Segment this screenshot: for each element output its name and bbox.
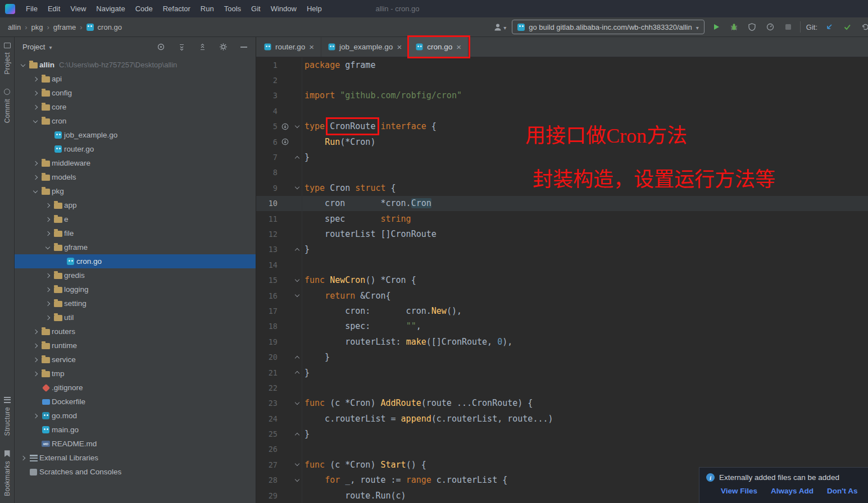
chevron-right-icon[interactable] [43, 288, 52, 291]
git-update-button[interactable] [823, 21, 835, 33]
locate-file-button[interactable] [154, 41, 167, 53]
debug-button[interactable] [728, 21, 740, 33]
chevron-down-icon[interactable] [49, 43, 52, 51]
close-tab-icon[interactable] [397, 42, 402, 52]
code-editor[interactable]: 1package gframe23import "github.com/robf… [256, 57, 868, 503]
menu-tools[interactable]: Tools [219, 0, 246, 17]
tree-item-e[interactable]: e [15, 212, 256, 226]
chevron-right-icon[interactable] [43, 204, 52, 207]
tree-item-models[interactable]: models [15, 170, 256, 184]
tree-item-allin[interactable]: allinC:\Users\wb-hz757257\Desktop\allin [15, 58, 256, 72]
chevron-down-icon[interactable] [30, 120, 40, 122]
chevron-down-icon[interactable] [18, 64, 28, 66]
collapse-all-button[interactable] [196, 41, 208, 53]
tree-item-go.mod[interactable]: go.mod [15, 409, 256, 423]
tree-item-util[interactable]: util [15, 310, 256, 324]
chevron-right-icon[interactable] [43, 316, 52, 319]
chevron-right-icon[interactable] [43, 218, 52, 221]
settings-gear-button[interactable] [217, 41, 229, 53]
breadcrumb-cron.go[interactable]: cron.go [98, 23, 122, 31]
tree-item-gframe[interactable]: gframe [15, 240, 256, 254]
chevron-right-icon[interactable] [30, 358, 40, 362]
tree-item-tmp[interactable]: tmp [15, 367, 256, 381]
tool-window-structure[interactable]: Structure [3, 397, 11, 436]
chevron-right-icon[interactable] [30, 414, 40, 418]
tree-item-service[interactable]: service [15, 353, 256, 367]
breadcrumb-pkg[interactable]: pkg [31, 23, 43, 31]
fold-collapse-icon[interactable] [292, 272, 302, 287]
tab-router.go[interactable]: router.go [257, 37, 321, 57]
git-rollback-button[interactable] [859, 21, 868, 33]
notification-action-don-t-as[interactable]: Don't As [827, 487, 857, 495]
notification-action-always-add[interactable]: Always Add [771, 487, 814, 495]
user-account-button[interactable] [493, 22, 506, 32]
fold-end-icon[interactable] [292, 242, 302, 257]
fold-end-icon[interactable] [292, 349, 302, 364]
tab-cron.go[interactable]: cron.go [409, 37, 469, 57]
fold-end-icon[interactable] [292, 365, 302, 380]
menu-code[interactable]: Code [130, 0, 158, 17]
stop-button[interactable] [782, 21, 794, 33]
menu-run[interactable]: Run [196, 0, 219, 17]
fold-collapse-icon[interactable] [292, 180, 302, 195]
menu-help[interactable]: Help [302, 0, 327, 17]
chevron-right-icon[interactable] [30, 162, 40, 165]
project-panel-title[interactable]: Project [22, 43, 45, 51]
menu-view[interactable]: View [65, 0, 91, 17]
menu-file[interactable]: File [21, 0, 43, 17]
tree-item-api[interactable]: api [15, 72, 256, 86]
tree-item-cron[interactable]: cron [15, 114, 256, 128]
tool-window-bookmarks[interactable]: Bookmarks [3, 450, 11, 496]
tree-item-config[interactable]: config [15, 86, 256, 100]
tree-item-app[interactable]: app [15, 198, 256, 212]
chevron-right-icon[interactable] [30, 330, 40, 333]
chevron-right-icon[interactable] [18, 456, 28, 460]
chevron-right-icon[interactable] [30, 106, 40, 109]
fold-collapse-icon[interactable] [292, 457, 302, 472]
chevron-right-icon[interactable] [30, 372, 40, 376]
tree-item-routers[interactable]: routers [15, 324, 256, 339]
tree-item-gredis[interactable]: gredis [15, 268, 256, 282]
tab-job-example.go[interactable]: job_example.go [321, 37, 409, 57]
tree-item-readme.md[interactable]: README.md [15, 437, 256, 451]
tree-item-core[interactable]: core [15, 100, 256, 114]
tool-window-commit[interactable]: Commit [3, 89, 11, 123]
notification-action-view-files[interactable]: View Files [721, 487, 757, 495]
implemented-marker-icon[interactable] [278, 138, 292, 145]
tree-item-job-example.go[interactable]: job_example.go [15, 128, 256, 142]
run-with-coverage-button[interactable] [746, 21, 758, 33]
tree-item-main.go[interactable]: main.go [15, 423, 256, 437]
fold-collapse-icon[interactable] [292, 288, 302, 303]
breadcrumb-allin[interactable]: allin [8, 23, 21, 31]
chevron-down-icon[interactable] [30, 190, 40, 193]
tree-item-runtime[interactable]: runtime [15, 339, 256, 353]
close-tab-icon[interactable] [309, 42, 314, 52]
tree-item-.gitignore[interactable]: .gitignore [15, 381, 256, 395]
tree-item-scratches-and-consoles[interactable]: Scratches and Consoles [15, 465, 256, 479]
chevron-right-icon[interactable] [30, 344, 40, 347]
tree-item-router.go[interactable]: router.go [15, 142, 256, 156]
menu-edit[interactable]: Edit [43, 0, 65, 17]
tree-item-dockerfile[interactable]: Dockerfile [15, 395, 256, 409]
tree-item-pkg[interactable]: pkg [15, 184, 256, 198]
breadcrumb-gframe[interactable]: gframe [53, 23, 76, 31]
tree-item-setting[interactable]: setting [15, 296, 256, 310]
fold-collapse-icon[interactable] [292, 119, 302, 134]
tree-item-file[interactable]: file [15, 226, 256, 240]
chevron-right-icon[interactable] [43, 274, 52, 277]
chevron-right-icon[interactable] [30, 92, 40, 95]
tree-item-cron.go[interactable]: cron.go [15, 254, 256, 268]
menu-window[interactable]: Window [266, 0, 302, 17]
git-commit-button[interactable] [841, 21, 853, 33]
chevron-down-icon[interactable] [43, 246, 52, 249]
menu-refactor[interactable]: Refactor [158, 0, 196, 17]
chevron-right-icon[interactable] [43, 302, 52, 305]
hide-panel-button[interactable] [238, 41, 250, 53]
tree-item-external-libraries[interactable]: External Libraries [15, 451, 256, 465]
tool-window-project[interactable]: Project [3, 43, 11, 74]
menu-navigate[interactable]: Navigate [91, 0, 130, 17]
fold-end-icon[interactable] [292, 426, 302, 441]
run-button[interactable] [710, 21, 722, 33]
implemented-marker-icon[interactable] [278, 123, 292, 130]
close-tab-icon[interactable] [456, 42, 461, 52]
